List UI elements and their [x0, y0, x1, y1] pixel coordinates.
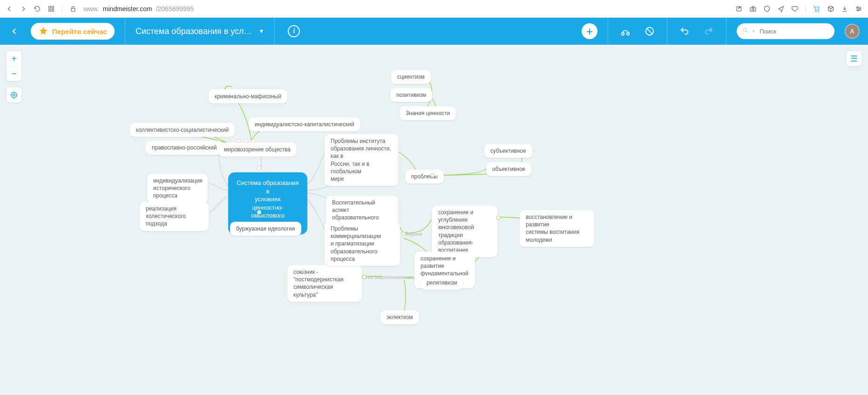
zoom-controls: + −	[7, 51, 21, 81]
label-text: Задача	[405, 231, 422, 237]
forward-icon[interactable]	[20, 5, 27, 13]
connector-dot	[237, 139, 241, 143]
node-label: Проблемы института образования личности,…	[331, 138, 391, 182]
connector-dot	[401, 232, 406, 236]
recenter-button[interactable]	[7, 88, 21, 102]
mindmap-canvas[interactable]: + − ☰	[0, 45, 868, 395]
zoom-in-button[interactable]: +	[7, 51, 21, 66]
svg-point-14	[627, 33, 630, 35]
search-icon	[742, 27, 749, 35]
node-burzh[interactable]: буржуазная идеология	[230, 222, 301, 236]
star-icon	[38, 26, 48, 36]
redo-button[interactable]	[702, 24, 716, 38]
map-title-area[interactable]: Система образования в усл… ▼	[136, 27, 264, 36]
svg-point-11	[859, 8, 861, 9]
node-mirov[interactable]: мировоззрение общества	[218, 143, 297, 157]
divider	[274, 18, 275, 45]
node-holist[interactable]: реализация холестического подхода	[140, 202, 209, 231]
info-button[interactable]: i	[288, 25, 300, 37]
node-relat[interactable]: релятивизм	[420, 276, 463, 290]
connector-dot	[430, 173, 434, 177]
connections-button[interactable]	[618, 24, 632, 38]
node-positiv[interactable]: позитивизм	[390, 88, 432, 102]
svg-rect-1	[52, 6, 54, 8]
svg-rect-4	[71, 8, 75, 11]
add-node-button[interactable]: +	[582, 23, 597, 39]
svg-point-7	[752, 8, 754, 10]
floating-label-task: Задача	[405, 231, 422, 237]
upgrade-button[interactable]: Перейти сейчас	[31, 23, 115, 40]
connector-dot	[496, 216, 501, 220]
block-button[interactable]	[643, 24, 657, 38]
share-icon[interactable]	[735, 5, 743, 13]
node-label: криминально-мафиозный	[215, 93, 281, 100]
node-subj[interactable]: субъективное	[484, 144, 532, 158]
node-label: сциентизм	[397, 74, 425, 80]
node-obj[interactable]: объективное	[486, 162, 531, 176]
divider	[726, 18, 726, 45]
node-label: восстановление и развитие системы воспит…	[526, 214, 579, 243]
reload-icon[interactable]	[34, 5, 41, 13]
panel-toggle-button[interactable]: ☰	[847, 51, 861, 66]
node-label: коллективистско-социалистический	[136, 127, 229, 133]
node-eklekt[interactable]: эклектизм	[380, 310, 419, 324]
apps-icon[interactable]	[47, 5, 55, 13]
node-problems-comm[interactable]: Проблемы коммерциализации и прагматизаци…	[325, 222, 400, 266]
zoom-out-button[interactable]: −	[7, 66, 21, 81]
upgrade-label: Перейти сейчас	[52, 27, 107, 35]
node-problemy[interactable]: проблемы	[405, 170, 444, 184]
node-vosst[interactable]: восстановление и развитие системы воспит…	[520, 210, 594, 247]
chevron-down-icon[interactable]: ▼	[752, 29, 756, 34]
node-problems-inst[interactable]: Проблемы института образования личности,…	[325, 134, 398, 186]
node-label: субъективное	[490, 148, 526, 154]
heart-icon[interactable]	[791, 5, 799, 13]
map-title: Система образования в усл…	[136, 27, 252, 36]
camera-icon[interactable]	[749, 5, 757, 13]
connector-dot	[251, 139, 256, 143]
back-icon[interactable]	[6, 5, 13, 13]
node-label: индивидуализация исторического процесса	[153, 177, 203, 199]
shield-icon[interactable]	[763, 5, 771, 13]
connector-dot	[362, 275, 366, 279]
cart-icon[interactable]	[813, 5, 821, 13]
send-icon[interactable]	[777, 5, 785, 13]
node-label: позитивизм	[396, 92, 426, 98]
svg-point-18	[11, 92, 17, 98]
svg-point-17	[13, 94, 15, 96]
node-pravosl[interactable]: православно-российский	[146, 141, 223, 155]
node-scient[interactable]: сциентизм	[391, 70, 431, 84]
svg-point-10	[857, 7, 858, 8]
url-bar[interactable]: www.mindmeister.com/2065899995	[83, 5, 194, 13]
app-back-button[interactable]	[8, 25, 20, 37]
node-kollekt[interactable]: коллективистско-социалистический	[130, 123, 235, 137]
svg-rect-3	[52, 9, 54, 11]
app-topbar: Перейти сейчас Система образования в усл…	[0, 18, 868, 45]
svg-rect-2	[49, 9, 51, 11]
divider	[667, 18, 667, 45]
node-label: Система образования в условиях ценностно…	[237, 179, 298, 227]
node-indiv-hist[interactable]: индивидуализация исторического процесса	[147, 174, 208, 203]
url-domain: mindmeister.com	[103, 5, 152, 13]
settings-icon[interactable]	[855, 5, 862, 13]
node-krim[interactable]: криминально-мафиозный	[209, 89, 287, 103]
cube-icon[interactable]	[827, 5, 834, 13]
node-znaniya[interactable]: Знания ценности	[400, 106, 456, 120]
node-label: мировоззрение общества	[224, 146, 291, 153]
node-label: реализация холестического подхода	[146, 205, 186, 227]
avatar[interactable]: А	[845, 24, 860, 39]
node-label: Проблемы коммерциализации и прагматизаци…	[331, 225, 381, 262]
undo-button[interactable]	[678, 24, 692, 38]
node-soyuz[interactable]: союзник - "постмодернисткая символическа…	[287, 265, 362, 302]
node-indiv-cap[interactable]: индивидуалистско-капиталистический	[249, 117, 360, 131]
svg-point-13	[622, 33, 624, 35]
download-icon[interactable]	[841, 5, 848, 13]
node-label: союзник - "постмодернисткая символическа…	[293, 269, 343, 298]
node-sohr-trad[interactable]: сохранение и углубления многовековой тра…	[432, 205, 497, 257]
chevron-down-icon[interactable]: ▼	[259, 28, 264, 34]
search-box[interactable]: ▼	[737, 23, 834, 39]
label-text: тип миропонимания	[366, 274, 413, 280]
node-label: релятивизм	[427, 279, 457, 286]
node-label: индивидуалистско-капиталистический	[255, 121, 354, 128]
svg-point-8	[815, 11, 816, 12]
search-input[interactable]	[759, 27, 839, 35]
